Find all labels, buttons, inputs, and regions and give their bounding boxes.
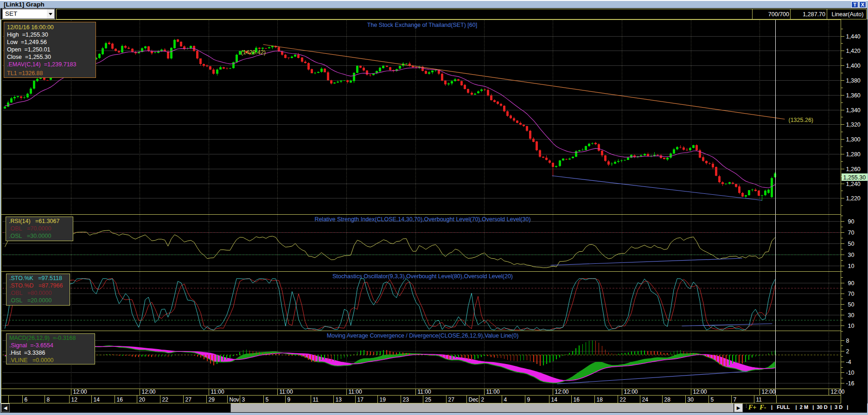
svg-text:Stochastics Oscillator(9,3,3),: Stochastics Oscillator(9,3,3),Overbought… <box>332 273 513 280</box>
svg-text:12:00: 12:00 <box>142 389 156 395</box>
svg-text:9: 9 <box>527 396 530 403</box>
svg-text:Moving Average Convergence / D: Moving Average Convergence / Divergence(… <box>327 332 519 339</box>
svg-text:1,220: 1,220 <box>846 195 861 202</box>
svg-text:22: 22 <box>162 396 169 403</box>
svg-text:14: 14 <box>551 396 558 403</box>
svg-text:1,420: 1,420 <box>846 48 861 54</box>
svg-text:1,320: 1,320 <box>846 121 861 128</box>
svg-text:23: 23 <box>403 396 409 403</box>
svg-text:30: 30 <box>848 252 855 258</box>
svg-text:(1325.26): (1325.26) <box>789 117 814 123</box>
svg-text:4: 4 <box>504 396 507 403</box>
svg-text:Dec: Dec <box>469 396 479 403</box>
svg-text:11: 11 <box>756 396 762 403</box>
svg-text:-10: -10 <box>846 370 855 376</box>
svg-text:90: 90 <box>848 280 855 287</box>
svg-text:6: 6 <box>25 396 28 403</box>
svg-text:16: 16 <box>117 396 123 403</box>
svg-text:90: 90 <box>848 218 855 225</box>
svg-text:14: 14 <box>94 396 100 403</box>
svg-text:11:00: 11:00 <box>486 389 500 395</box>
svg-text:3: 3 <box>242 396 245 403</box>
svg-text:27: 27 <box>448 396 455 403</box>
svg-text:1,280: 1,280 <box>846 151 861 158</box>
svg-text:18: 18 <box>597 396 603 403</box>
svg-text:17: 17 <box>357 396 364 403</box>
svg-text:Nov: Nov <box>230 396 239 403</box>
svg-text:8: 8 <box>846 338 849 344</box>
svg-text:12:00: 12:00 <box>831 389 845 395</box>
svg-text:1,380: 1,380 <box>846 77 861 84</box>
svg-text:8: 8 <box>47 396 50 403</box>
svg-text:5: 5 <box>266 396 269 403</box>
svg-text:-4: -4 <box>846 359 851 365</box>
svg-text:7: 7 <box>734 396 737 403</box>
svg-text:11: 11 <box>313 396 319 403</box>
svg-text:11:00: 11:00 <box>349 389 362 395</box>
svg-text:2: 2 <box>846 348 849 355</box>
svg-text:1,255.30: 1,255.30 <box>843 174 866 181</box>
svg-text:12:00: 12:00 <box>693 389 707 395</box>
svg-text:30: 30 <box>688 396 694 403</box>
svg-text:50: 50 <box>848 301 855 308</box>
svg-text:12: 12 <box>71 396 78 403</box>
svg-text:11:00: 11:00 <box>211 389 224 395</box>
svg-text:13: 13 <box>336 396 342 403</box>
svg-text:16: 16 <box>574 396 580 403</box>
svg-text:20: 20 <box>139 396 146 403</box>
svg-text:(1428.42): (1428.42) <box>241 49 266 56</box>
svg-text:70: 70 <box>848 291 855 297</box>
svg-text:10: 10 <box>848 263 855 269</box>
svg-text:22: 22 <box>620 396 626 403</box>
svg-text:11:00: 11:00 <box>418 389 431 395</box>
svg-text:27: 27 <box>185 396 192 403</box>
svg-text:1,340: 1,340 <box>846 107 861 114</box>
svg-text:1,260: 1,260 <box>846 166 861 172</box>
svg-text:1,300: 1,300 <box>846 136 861 143</box>
svg-text:2: 2 <box>481 396 485 403</box>
svg-text:50: 50 <box>848 241 855 247</box>
svg-text:1,440: 1,440 <box>846 33 861 40</box>
svg-text:11:00: 11:00 <box>280 389 293 395</box>
svg-text:25: 25 <box>425 396 432 403</box>
svg-text:1,240: 1,240 <box>846 181 861 187</box>
svg-text:12:00: 12:00 <box>762 389 776 395</box>
svg-text:30: 30 <box>848 312 855 319</box>
svg-text:12:00: 12:00 <box>555 389 569 395</box>
svg-text:1,400: 1,400 <box>846 63 861 69</box>
svg-text:1,360: 1,360 <box>846 92 861 99</box>
svg-text:24: 24 <box>642 396 649 403</box>
svg-text:19: 19 <box>380 396 386 403</box>
svg-text:70: 70 <box>848 230 855 236</box>
svg-text:10: 10 <box>848 323 855 329</box>
svg-text:28: 28 <box>664 396 671 403</box>
svg-text:12:00: 12:00 <box>624 389 638 395</box>
svg-text:29: 29 <box>209 396 215 403</box>
svg-text:-16: -16 <box>846 380 855 387</box>
svg-text:12:00: 12:00 <box>73 389 87 395</box>
svg-text:The Stock Exchange of Thailand: The Stock Exchange of Thailand(SET) [60] <box>367 22 477 28</box>
svg-text:5: 5 <box>711 396 714 403</box>
svg-text:Relative Strength Index(CLOSE,: Relative Strength Index(CLOSE,14,30,70),… <box>314 216 530 223</box>
svg-text:9: 9 <box>287 396 291 403</box>
